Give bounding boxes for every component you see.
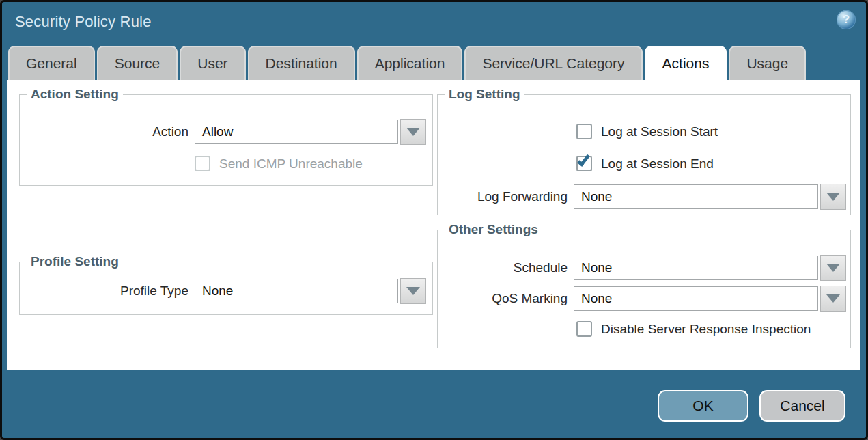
chevron-down-icon	[406, 128, 420, 136]
tab-application[interactable]: Application	[357, 46, 463, 80]
schedule-row: Schedule None	[437, 255, 846, 281]
tabstrip: General Source User Destination Applicat…	[8, 46, 806, 80]
action-row: Action Allow	[19, 119, 426, 145]
send-icmp-checkbox	[195, 156, 210, 171]
dsri-checkbox[interactable]	[576, 321, 592, 337]
action-label: Action	[19, 124, 188, 139]
profile-type-dropdown[interactable]: None	[195, 279, 398, 303]
tab-user[interactable]: User	[180, 46, 245, 80]
send-icmp-label: Send ICMP Unreachable	[219, 156, 363, 171]
profile-type-row: Profile Type None	[19, 278, 426, 304]
chevron-down-icon	[826, 264, 840, 272]
tab-usage[interactable]: Usage	[729, 46, 806, 80]
other-settings-legend: Other Settings	[445, 222, 542, 237]
profile-type-dropdown-button[interactable]	[400, 278, 426, 304]
log-forwarding-dropdown[interactable]: None	[574, 184, 818, 209]
action-dropdown[interactable]: Allow	[195, 120, 398, 144]
profile-type-value: None	[202, 284, 233, 299]
qos-marking-dropdown[interactable]: None	[574, 286, 818, 311]
log-session-start-row: Log at Session Start	[576, 124, 718, 139]
action-value: Allow	[202, 124, 233, 139]
actions-tab-panel: Action Setting Action Allow Send ICMP Un…	[7, 80, 860, 370]
cancel-button[interactable]: Cancel	[759, 390, 845, 422]
log-session-end-label: Log at Session End	[601, 156, 714, 171]
schedule-dropdown[interactable]: None	[574, 256, 818, 280]
log-session-start-checkbox[interactable]	[576, 124, 592, 139]
schedule-dropdown-button[interactable]	[820, 255, 846, 281]
tab-service-url-category[interactable]: Service/URL Category	[464, 46, 642, 80]
log-forwarding-row: Log Forwarding None	[437, 184, 846, 210]
ok-button[interactable]: OK	[658, 390, 748, 422]
profile-type-label: Profile Type	[19, 284, 188, 299]
tab-actions[interactable]: Actions	[645, 46, 727, 80]
security-policy-rule-dialog: Security Policy Rule ? General Source Us…	[0, 0, 868, 440]
log-session-end-checkbox[interactable]	[576, 156, 592, 171]
action-dropdown-button[interactable]	[400, 119, 426, 145]
qos-marking-value: None	[581, 291, 612, 306]
log-session-start-label: Log at Session Start	[601, 124, 718, 139]
help-icon-glyph: ?	[843, 13, 850, 27]
log-forwarding-label: Log Forwarding	[437, 189, 568, 204]
schedule-value: None	[581, 260, 612, 275]
log-forwarding-dropdown-button[interactable]	[820, 184, 846, 210]
dialog-title: Security Policy Rule	[15, 13, 152, 31]
dsri-row: Disable Server Response Inspection	[576, 321, 811, 337]
qos-marking-dropdown-button[interactable]	[820, 286, 846, 312]
tab-destination[interactable]: Destination	[248, 46, 355, 80]
qos-marking-row: QoS Marking None	[437, 286, 846, 312]
log-setting-legend: Log Setting	[445, 87, 524, 102]
qos-marking-label: QoS Marking	[437, 291, 568, 306]
chevron-down-icon	[826, 193, 840, 201]
schedule-label: Schedule	[437, 260, 568, 275]
chevron-down-icon	[406, 287, 420, 295]
send-icmp-row: Send ICMP Unreachable	[195, 156, 363, 171]
help-icon[interactable]: ?	[837, 10, 856, 29]
log-session-end-row: Log at Session End	[576, 156, 714, 171]
chevron-down-icon	[826, 294, 840, 303]
tab-general[interactable]: General	[8, 46, 95, 80]
action-setting-legend: Action Setting	[27, 87, 123, 102]
log-forwarding-value: None	[581, 189, 612, 204]
tab-source[interactable]: Source	[97, 46, 178, 80]
profile-setting-legend: Profile Setting	[27, 254, 123, 269]
dsri-label: Disable Server Response Inspection	[601, 322, 811, 337]
